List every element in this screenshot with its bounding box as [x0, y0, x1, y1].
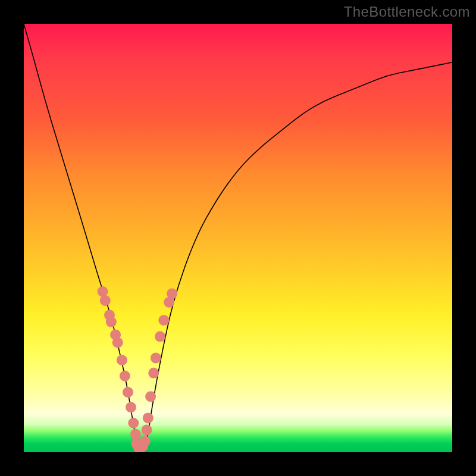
data-point — [148, 368, 159, 378]
data-point — [130, 429, 141, 440]
data-point — [167, 289, 177, 299]
data-point — [128, 418, 139, 428]
data-point — [112, 337, 123, 348]
data-point — [151, 353, 161, 364]
watermark-text: TheBottleneck.com — [344, 4, 470, 20]
chart-frame: TheBottleneck.com — [0, 0, 476, 476]
data-point — [123, 387, 133, 397]
data-points — [98, 286, 178, 452]
data-point — [142, 425, 152, 436]
chart-svg — [24, 24, 452, 452]
data-point — [106, 317, 117, 327]
data-point — [100, 295, 111, 306]
data-point — [98, 286, 108, 297]
data-point — [120, 371, 130, 381]
data-point — [158, 315, 169, 325]
data-point — [155, 331, 165, 342]
data-point — [117, 355, 127, 365]
data-point — [145, 391, 156, 402]
data-point — [140, 436, 151, 446]
bottleneck-curve — [24, 24, 452, 452]
data-point — [143, 412, 154, 423]
data-point — [126, 402, 136, 412]
